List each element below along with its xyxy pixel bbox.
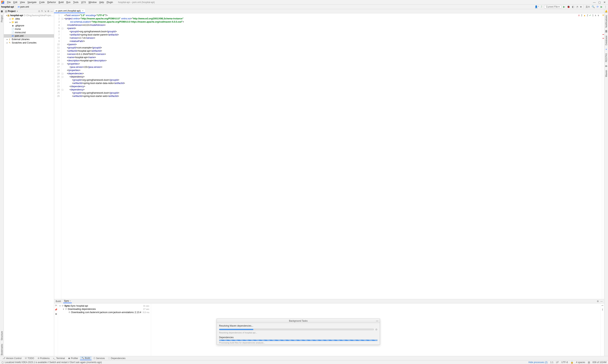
memory-indicator[interactable]: 838 of 1024M [593,361,607,364]
build-hammer-icon[interactable]: ⤴ [541,5,542,8]
status-icon[interactable]: ▢ [1,361,4,364]
menu-item-build[interactable]: Build [57,1,65,4]
soft-wrap-icon[interactable]: ↩ [602,304,603,307]
tree-node[interactable]: ▸✎Scratches and Consoles [4,41,54,44]
code-area[interactable]: <?xml version="1.0" encoding="UTF-8"?><p… [64,13,602,299]
error-stripe[interactable] [602,13,604,299]
rerun-icon[interactable]: ⟳ [55,304,57,307]
background-tasks-header[interactable]: Background Tasks — [217,319,380,323]
prev-highlight-icon[interactable]: ∧ [595,14,596,17]
tool-tab-terminal[interactable]: >_Terminal [52,356,66,360]
project-tw-title[interactable]: Project [8,10,16,13]
fold-gutter[interactable] [61,13,64,299]
pin-icon[interactable]: 📌 [54,308,57,311]
notifications-icon[interactable]: 🔔 [605,10,608,13]
restkit-icon[interactable]: ✴ [605,48,607,51]
build-tree-row[interactable]: ▾⟳Sync: Sync hospital-api31 sec [58,304,151,307]
translate-icon[interactable]: 文A [586,5,590,9]
expand-all-icon[interactable]: ⇱ [41,10,43,13]
add-user-icon[interactable]: 👤⁺ [535,5,539,8]
select-opened-file-icon[interactable]: ⊙ [38,10,40,13]
scroll-to-end-icon[interactable]: ↧ [602,308,603,311]
menu-item-tools[interactable]: Tools [72,1,80,4]
menu-item-refactor[interactable]: Refactor [46,1,57,4]
close-tab-icon[interactable]: × [82,10,83,12]
tree-node[interactable]: mpom.xml [4,34,54,38]
coverage-icon[interactable]: ◧ [572,5,574,8]
database-icon[interactable]: 🗄 [605,30,608,33]
editor-tab[interactable]: m pom.xml (hospital-api) × [54,9,85,13]
tool-tab-problems[interactable]: ⊘Problems [36,356,51,360]
collapse-all-icon[interactable]: ⇲ [44,10,46,13]
run-config-dropdown[interactable]: Current File ▾ [544,5,561,9]
menu-item-file[interactable]: File [6,1,12,4]
breadcrumb-file[interactable]: pom.xml [20,5,29,8]
view-icon[interactable]: ◉ [55,312,57,315]
maven-icon[interactable]: m [605,65,607,67]
menu-item-view[interactable]: View [19,1,26,4]
project-stripe-icon[interactable]: ▦ [1,10,3,13]
settings-icon[interactable]: ⚙ [597,300,599,303]
tree-node[interactable]: ▸📁.idea [4,17,54,21]
debug-icon[interactable]: 🐞 [567,5,570,8]
tool-tab-profiler[interactable]: ◉Profiler [67,356,80,360]
structure-stripe-label[interactable]: Structure [0,330,3,341]
error-marker[interactable] [603,38,604,39]
bookmarks-stripe-label[interactable]: Bookmarks [0,343,3,356]
project-tree[interactable]: ▾▦hospital-apiD:\DingJiaxiong\IdeaProjec… [4,13,54,356]
run-anything-icon[interactable]: ▶ [601,5,603,8]
file-encoding[interactable]: UTF-8 [561,361,568,364]
background-tasks-popup[interactable]: Background Tasks — Resolving Maven depen… [217,319,380,345]
menu-item-navigate[interactable]: Navigate [26,1,38,4]
cancel-task-icon[interactable]: ⊘ [375,328,377,331]
database-stripe-label[interactable]: Database [605,35,608,46]
tool-tab-dependencies[interactable]: ⬚Dependencies [107,356,127,360]
line-separator[interactable]: LF [556,361,559,364]
minimize-icon[interactable]: — [376,320,378,322]
more-icon[interactable]: ⋮ [604,5,607,8]
hide-icon[interactable]: — [51,10,53,13]
settings-icon[interactable]: ⚙ [47,10,49,13]
editor-body[interactable]: 1234567891011121314151617181920212223242… [54,13,604,299]
build-tree-row[interactable]: ⟳Downloading com.fasterxml.jackson.core:… [58,311,151,314]
chevron-down-icon[interactable]: ▾ [17,10,18,13]
next-highlight-icon[interactable]: ∨ [597,14,599,17]
menu-item-run[interactable]: Run [65,1,72,4]
tool-tab-build[interactable]: 🔨Build [80,356,91,360]
restkit-stripe-label[interactable]: RESTKit [605,53,608,63]
tool-tab-todo[interactable]: ☑TODO [23,356,36,360]
build-tree-row[interactable]: ▾⟳Downloading dependencies27 sec [58,307,151,311]
build-tree[interactable]: ▾⟳Sync: Sync hospital-api31 sec▾⟳Downloa… [58,303,151,356]
tool-tab-version-control[interactable]: ⎇Version Control [1,356,23,360]
tree-node[interactable]: ◆.gitignore [4,24,54,27]
tree-node[interactable]: ▸📁src [4,21,54,24]
inspection-widget[interactable]: ⊘2 ▲2 ✔1 ∧ ∨ [578,14,599,17]
tree-node[interactable]: ▸⫿External Libraries [4,38,54,41]
menu-item-code[interactable]: Code [38,1,46,4]
maximize-icon[interactable]: ▢ [598,1,601,4]
close-icon[interactable]: ✕ [603,1,606,4]
tree-node[interactable]: 📄mvnw [4,27,54,31]
caret-position[interactable]: 1:1 [550,361,554,364]
hide-icon[interactable]: — [600,300,603,303]
tree-node[interactable]: 📄mvnw.cmd [4,31,54,34]
stop-icon[interactable]: ■ [580,5,582,8]
read-only-icon[interactable]: 🔓 [570,361,573,364]
breadcrumb-project[interactable]: hospital-api [1,5,14,8]
close-tab-icon[interactable]: × [70,300,71,302]
menu-item-help[interactable]: Help [98,1,105,4]
indent-info[interactable]: 4 spaces [576,361,585,364]
error-marker[interactable] [603,34,604,35]
menu-item-window[interactable]: Window [87,1,98,4]
project-stripe-label[interactable]: Project [0,14,3,23]
menu-item-vcs[interactable]: VCS [80,1,87,4]
hide-processes-link[interactable]: Hide processes (2) [528,361,548,364]
profiler-icon[interactable]: ◔ [576,5,578,8]
sync-icon[interactable]: ⟳ [597,5,599,8]
minimize-icon[interactable]: — [593,1,596,4]
search-everywhere-icon[interactable]: 🔍 [592,5,595,8]
tool-tab-services[interactable]: ⬡Services [92,356,106,360]
build-tw-tab[interactable]: Sync × [63,299,72,303]
warning-marker[interactable] [603,15,604,15]
tree-node[interactable]: ▾▦hospital-apiD:\DingJiaxiong\IdeaProjec… [4,14,54,17]
